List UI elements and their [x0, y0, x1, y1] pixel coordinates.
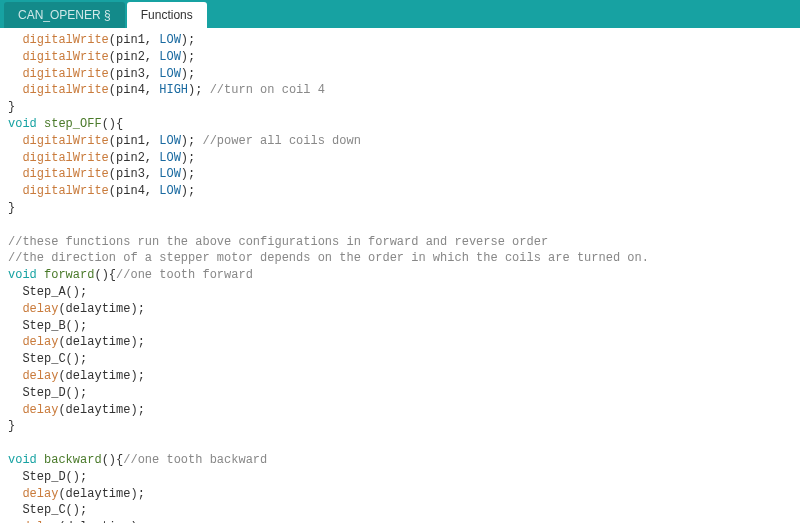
- code-token: [37, 268, 44, 282]
- code-token: (){: [94, 268, 116, 282]
- code-token: LOW: [159, 33, 181, 47]
- code-token: digitalWrite: [22, 134, 108, 148]
- tab-can-opener[interactable]: CAN_OPENER §: [4, 2, 125, 28]
- code-token: (pin2,: [109, 50, 159, 64]
- code-token: delay: [22, 369, 58, 383]
- code-token: digitalWrite: [22, 167, 108, 181]
- code-token: (delaytime);: [58, 487, 144, 501]
- code-token: );: [181, 50, 195, 64]
- tab-bar: CAN_OPENER § Functions: [0, 0, 800, 28]
- code-token: (pin1,: [109, 33, 159, 47]
- code-keyword: void: [8, 268, 37, 282]
- code-keyword: void: [8, 117, 37, 131]
- code-token: (pin3,: [109, 167, 159, 181]
- code-token: );: [181, 33, 195, 47]
- code-token: [37, 117, 44, 131]
- code-token: delay: [22, 487, 58, 501]
- code-func-def: forward: [44, 268, 94, 282]
- code-token: LOW: [159, 67, 181, 81]
- code-token: LOW: [159, 50, 181, 64]
- code-token: delay: [22, 335, 58, 349]
- code-editor[interactable]: digitalWrite(pin1, LOW); digitalWrite(pi…: [0, 28, 800, 523]
- code-token: (){: [102, 117, 124, 131]
- code-token: LOW: [159, 184, 181, 198]
- code-comment: //power all coils down: [202, 134, 360, 148]
- code-token: (delaytime);: [58, 302, 144, 316]
- code-token: }: [8, 201, 15, 215]
- code-token: Step_D();: [8, 386, 87, 400]
- code-comment: //one tooth backward: [123, 453, 267, 467]
- code-token: Step_B();: [8, 319, 87, 333]
- code-func-def: step_OFF: [44, 117, 102, 131]
- code-token: Step_C();: [8, 503, 87, 517]
- code-keyword: void: [8, 453, 37, 467]
- code-token: }: [8, 419, 15, 433]
- code-token: digitalWrite: [22, 184, 108, 198]
- code-token: delay: [22, 302, 58, 316]
- code-token: );: [188, 83, 210, 97]
- code-token: );: [181, 134, 203, 148]
- code-token: (delaytime);: [58, 403, 144, 417]
- code-func-def: backward: [44, 453, 102, 467]
- code-token: Step_C();: [8, 352, 87, 366]
- code-token: digitalWrite: [22, 83, 108, 97]
- code-token: digitalWrite: [22, 67, 108, 81]
- code-token: (){: [102, 453, 124, 467]
- code-token: delay: [22, 403, 58, 417]
- tab-functions[interactable]: Functions: [127, 2, 207, 28]
- code-token: (pin2,: [109, 151, 159, 165]
- code-token: }: [8, 100, 15, 114]
- code-token: (delaytime);: [58, 369, 144, 383]
- code-token: [37, 453, 44, 467]
- code-token: (delaytime);: [58, 335, 144, 349]
- code-token: (pin3,: [109, 67, 159, 81]
- code-token: digitalWrite: [22, 151, 108, 165]
- code-token: LOW: [159, 167, 181, 181]
- code-token: LOW: [159, 151, 181, 165]
- code-token: );: [181, 184, 195, 198]
- code-token: );: [181, 151, 195, 165]
- code-comment: //one tooth forward: [116, 268, 253, 282]
- code-comment: //the direction of a stepper motor depen…: [8, 251, 649, 265]
- code-comment: //turn on coil 4: [210, 83, 325, 97]
- code-token: HIGH: [159, 83, 188, 97]
- code-token: Step_A();: [8, 285, 87, 299]
- code-token: Step_D();: [8, 470, 87, 484]
- code-token: (pin4,: [109, 83, 159, 97]
- code-token: (pin4,: [109, 184, 159, 198]
- code-token: );: [181, 67, 195, 81]
- code-comment: //these functions run the above configur…: [8, 235, 548, 249]
- code-token: (pin1,: [109, 134, 159, 148]
- code-token: digitalWrite: [22, 50, 108, 64]
- code-token: digitalWrite: [22, 33, 108, 47]
- code-token: );: [181, 167, 195, 181]
- code-token: LOW: [159, 134, 181, 148]
